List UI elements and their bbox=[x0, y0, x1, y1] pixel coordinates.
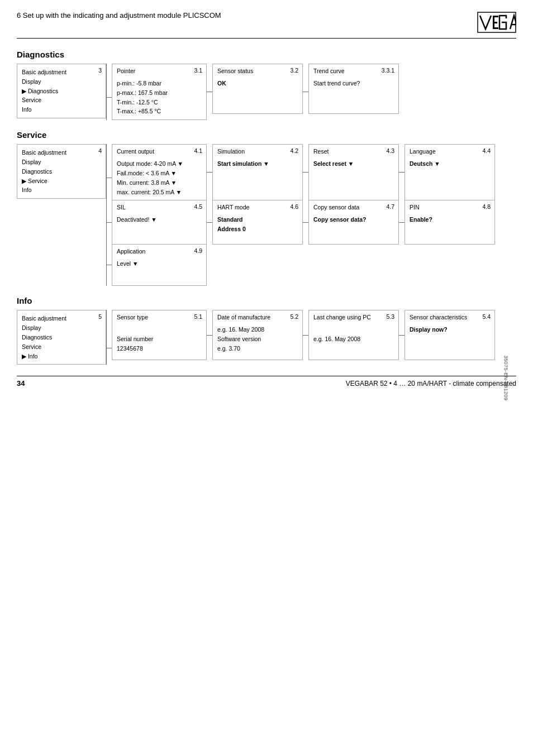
panel-co-number: 4.1 bbox=[194, 147, 202, 154]
svc-menu-item-info: Info bbox=[22, 185, 101, 195]
info-menu-item-basic: Basic adjustment bbox=[22, 314, 101, 323]
panel-sil-content: Deactivated! ▼ bbox=[117, 215, 202, 224]
panel-sil-number: 4.5 bbox=[194, 203, 202, 210]
panel-st-content: Serial number 12345678 bbox=[117, 325, 202, 353]
info-menu-number: 5 bbox=[98, 313, 102, 320]
panel-pointer-number: 3.1 bbox=[194, 67, 202, 74]
panel-reset-number: 4.3 bbox=[386, 147, 394, 154]
panel-app-number: 4.9 bbox=[194, 247, 202, 254]
diagnostics-section: Diagnostics 3 Basic adjustment Display D… bbox=[17, 50, 516, 120]
diagnostics-heading: Diagnostics bbox=[17, 50, 516, 59]
panel-application: Application 4.9 Level ▼ bbox=[112, 244, 207, 286]
service-section: Service 4 Basic adjustment Display Diagn… bbox=[17, 130, 516, 286]
panel-sil: SIL 4.5 Deactivated! ▼ bbox=[112, 200, 207, 245]
panel-lc-number: 5.3 bbox=[386, 313, 394, 320]
panel-hart-number: 4.6 bbox=[290, 203, 298, 210]
panel-last-change: Last change using PC 5.3 e.g. 16. May 20… bbox=[308, 310, 399, 360]
logo bbox=[477, 11, 516, 34]
panel-lang-label: Language bbox=[410, 148, 436, 155]
menu-item-display: Display bbox=[22, 77, 101, 87]
panel-reset-content: Select reset ▼ bbox=[313, 159, 394, 169]
info-menu: 5 Basic adjustment Display Diagnostics S… bbox=[17, 310, 106, 365]
menu-item-diagnostics: Diagnostics bbox=[22, 87, 101, 96]
service-menu: 4 Basic adjustment Display Diagnostics S… bbox=[17, 144, 106, 199]
panel-current-output: Current output 4.1 Output mode: 4-20 mA … bbox=[112, 144, 207, 200]
panel-simulation: Simulation 4.2 Start simulation ▼ bbox=[212, 144, 303, 200]
svg-rect-3 bbox=[493, 27, 498, 29]
menu-number: 3 bbox=[98, 67, 102, 74]
panel-lang-number: 4.4 bbox=[482, 147, 491, 154]
panel-sensor-char: Sensor characteristics 5.4 Display now? bbox=[404, 310, 495, 360]
panel-pointer-label: Pointer bbox=[117, 68, 135, 74]
page-number: 34 bbox=[17, 379, 25, 387]
panel-sensor-status-number: 3.2 bbox=[290, 67, 298, 74]
svc-menu-item-service: Service bbox=[22, 176, 101, 186]
panel-dm-label: Date of manufacture bbox=[217, 314, 270, 320]
panel-trend-curve-content: Start trend curve? bbox=[313, 79, 394, 88]
panel-sensor-type: Sensor type 5.1 Serial number 12345678 bbox=[112, 310, 207, 360]
panel-sim-number: 4.2 bbox=[290, 147, 298, 154]
panel-reset-label: Reset bbox=[313, 148, 329, 155]
panel-st-label: Sensor type bbox=[117, 314, 148, 320]
info-heading: Info bbox=[17, 296, 516, 305]
panel-dm-content: e.g. 16. May 2008 Software version e.g. … bbox=[217, 325, 298, 353]
page-header: 6 Set up with the indicating and adjustm… bbox=[17, 11, 516, 39]
panel-pin-content: Enable? bbox=[410, 215, 490, 224]
panel-st-number: 5.1 bbox=[194, 313, 202, 320]
panel-hart-label: HART mode bbox=[217, 204, 249, 210]
panel-sensor-status-label: Sensor status bbox=[217, 68, 253, 74]
info-menu-item-info: Info bbox=[22, 352, 101, 361]
panel-sensor-status-content: OK bbox=[217, 79, 298, 88]
panel-sim-content: Start simulation ▼ bbox=[217, 159, 298, 169]
menu-item-info: Info bbox=[22, 105, 101, 114]
footer-model: VEGABAR 52 • 4 … 20 mA/HART - climate co… bbox=[346, 380, 516, 387]
panel-sim-label: Simulation bbox=[217, 148, 245, 155]
panel-sc-content: Display now? bbox=[410, 325, 490, 334]
svc-menu-item-basic: Basic adjustment bbox=[22, 148, 101, 157]
panel-app-label: Application bbox=[117, 248, 145, 255]
menu-item-service: Service bbox=[22, 95, 101, 105]
panel-reset: Reset 4.3 Select reset ▼ bbox=[308, 144, 399, 200]
panel-pointer-content: p-min.: -5.8 mbar p-max.: 167.5 mbar T-m… bbox=[117, 79, 202, 116]
panel-dm-number: 5.2 bbox=[290, 313, 298, 320]
panel-co-content: Output mode: 4-20 mA ▼ Fail.mode: < 3.6 … bbox=[117, 159, 202, 197]
panel-pin-number: 4.8 bbox=[482, 203, 491, 210]
panel-lc-content: e.g. 16. May 2008 bbox=[313, 325, 394, 344]
header-title: 6 Set up with the indicating and adjustm… bbox=[17, 11, 221, 20]
panel-pointer: Pointer 3.1 p-min.: -5.8 mbar p-max.: 16… bbox=[112, 64, 207, 120]
info-menu-item-display: Display bbox=[22, 323, 101, 333]
panel-copy-sensor: Copy sensor data 4.7 Copy sensor data? bbox=[308, 200, 399, 245]
panel-trend-curve-number: 3.3.1 bbox=[382, 67, 394, 74]
panel-lc-label: Last change using PC bbox=[313, 314, 371, 320]
info-menu-item-diagnostics: Diagnostics bbox=[22, 333, 101, 342]
menu-item-basic: Basic adjustment bbox=[22, 68, 101, 77]
page-footer: 34 VEGABAR 52 • 4 … 20 mA/HART - climate… bbox=[17, 376, 516, 387]
panel-lang-content: Deutsch ▼ bbox=[410, 159, 490, 169]
panel-trend-curve-label: Trend curve bbox=[313, 68, 345, 74]
panel-co-label: Current output bbox=[117, 148, 154, 155]
svc-menu-item-diagnostics: Diagnostics bbox=[22, 167, 101, 176]
panel-language: Language 4.4 Deutsch ▼ bbox=[404, 144, 495, 200]
info-section: Info 5 Basic adjustment Display Diagnost… bbox=[17, 296, 516, 365]
panel-date-manufacture: Date of manufacture 5.2 e.g. 16. May 200… bbox=[212, 310, 303, 360]
side-document-number: 35075-EN-081209 bbox=[503, 355, 508, 400]
panel-pin-label: PIN bbox=[410, 204, 420, 210]
vega-logo-icon bbox=[477, 11, 516, 34]
service-heading: Service bbox=[17, 130, 516, 140]
panel-sil-label: SIL bbox=[117, 204, 126, 210]
panel-hart-content: StandardAddress 0 bbox=[217, 215, 298, 234]
panel-copy-content: Copy sensor data? bbox=[313, 215, 394, 224]
panel-trend-curve: Trend curve 3.3.1 Start trend curve? bbox=[308, 64, 399, 114]
svg-rect-1 bbox=[493, 16, 498, 17]
panel-app-content: Level ▼ bbox=[117, 259, 202, 269]
panel-sc-label: Sensor characteristics bbox=[410, 314, 467, 320]
panel-hart-mode: HART mode 4.6 StandardAddress 0 bbox=[212, 200, 303, 245]
info-menu-item-service: Service bbox=[22, 342, 101, 352]
svc-menu-number: 4 bbox=[98, 147, 102, 154]
diagnostics-menu: 3 Basic adjustment Display Diagnostics S… bbox=[17, 64, 106, 118]
panel-copy-label: Copy sensor data bbox=[313, 204, 359, 210]
svc-menu-item-display: Display bbox=[22, 157, 101, 167]
panel-sc-number: 5.4 bbox=[482, 313, 491, 320]
panel-pin: PIN 4.8 Enable? bbox=[404, 200, 495, 245]
panel-sensor-status: Sensor status 3.2 OK bbox=[212, 64, 303, 114]
